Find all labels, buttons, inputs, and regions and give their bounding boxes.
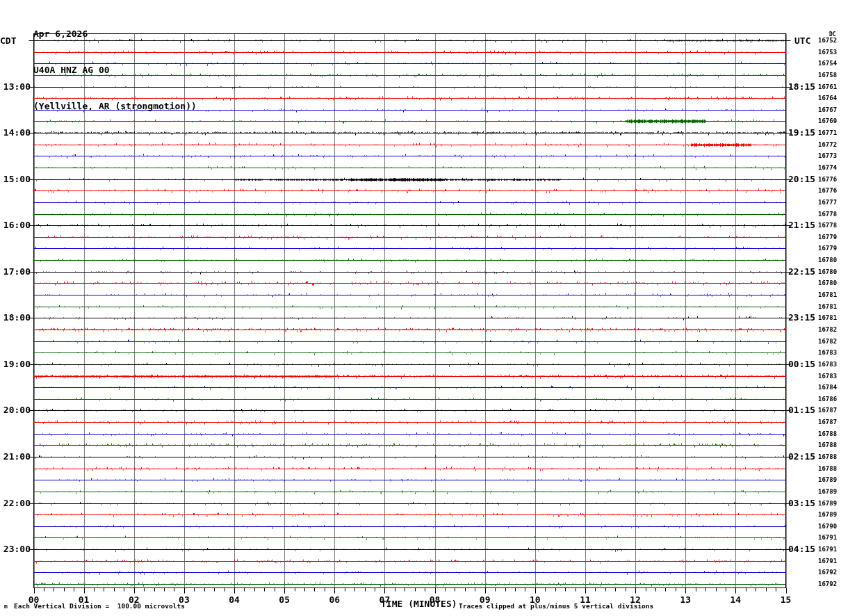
dc-offset-value: 16767 [818,106,840,113]
dc-offset-value: 16758 [818,72,840,79]
title-location: (Yellville, AR (strongmotion)) [33,102,197,111]
dc-offset-value: 16777 [818,199,840,206]
dc-offset-value: 16780 [818,268,840,275]
dc-offset-value: 16752 [818,37,840,44]
watermark-logo: m [4,603,8,610]
cdt-hour-label: 14:00 [0,127,31,138]
dc-offset-value: 16779 [818,245,840,252]
dc-offset-value: 16790 [818,523,840,530]
x-axis-tick-label: 15 [777,594,795,605]
dc-offset-value: 16754 [818,60,840,67]
dc-offset-value: 16776 [818,187,840,194]
dc-offset-value: 16783 [818,361,840,368]
dc-offset-value: 16789 [818,476,840,483]
dc-offset-value: 16778 [818,211,840,218]
dc-offset-value: 16791 [818,558,840,565]
dc-offset-value: 16772 [818,141,840,148]
dc-offset-value: 16776 [818,176,840,183]
dc-offset-value: 16753 [818,49,840,56]
dc-offset-value: 16789 [818,488,840,495]
dc-offset-value: 16781 [818,303,840,310]
dc-offset-value: 16788 [818,453,840,460]
cdt-hour-label: 22:00 [0,498,31,509]
dc-offset-value: 16786 [818,396,840,403]
dc-offset-value: 16791 [818,534,840,541]
dc-offset-value: 16778 [818,222,840,229]
dc-offset-value: 16788 [818,465,840,472]
dc-offset-value: 16789 [818,511,840,518]
dc-offset-value: 16769 [818,117,840,124]
title-block: Apr 6,2026 U40A HNZ AG 00 (Yellville, AR… [33,3,197,138]
x-axis-tick-label: 06 [325,594,343,605]
clip-note: Traces clipped at plus/minus 5 vertical … [459,602,653,610]
right-axis-title: UTC [794,35,810,46]
utc-hour-label: 23:15 [788,312,820,323]
dc-offset-value: 16774 [818,164,840,171]
cdt-hour-label: 23:00 [0,544,31,555]
utc-hour-label: 03:15 [788,498,820,509]
dc-offset-value: 16788 [818,430,840,437]
cdt-hour-label: 13:00 [0,81,31,92]
x-axis-title: TIME (MINUTES) [381,599,457,609]
dc-offset-value: 16789 [818,500,840,507]
x-axis-tick-label: 05 [275,594,293,605]
dc-offset-value: 16792 [818,581,840,587]
title-station: U40A HNZ AG 00 [33,65,197,75]
cdt-hour-label: 15:00 [0,174,31,185]
x-axis-tick-label: 04 [225,594,243,605]
dc-offset-value: 16783 [818,373,840,380]
cdt-hour-label: 17:00 [0,266,31,277]
utc-hour-label: 00:15 [788,359,820,370]
dc-offset-value: 16779 [818,234,840,241]
cdt-hour-label: 21:00 [0,451,31,462]
utc-hour-label: 04:15 [788,544,820,555]
dc-offset-value: 16780 [818,279,840,286]
dc-offset-value: 16787 [818,407,840,414]
cdt-hour-label: 16:00 [0,220,31,231]
utc-hour-label: 02:15 [788,451,820,462]
dc-offset-value: 16761 [818,83,840,90]
dc-offset-value: 16771 [818,129,840,136]
dc-offset-value: 16791 [818,546,840,553]
utc-hour-label: 19:15 [788,127,820,138]
x-axis-tick-label: 13 [676,594,694,605]
utc-hour-label: 20:15 [788,174,820,185]
dc-offset-value: 16783 [818,349,840,356]
dc-offset-value: 16784 [818,384,840,391]
left-axis-title: CDT [0,35,16,46]
title-date: Apr 6,2026 [33,29,197,39]
cdt-hour-label: 19:00 [0,359,31,370]
dc-offset-value: 16792 [818,569,840,576]
utc-hour-label: 22:15 [788,266,820,277]
dc-offset-value: 16781 [818,291,840,298]
cdt-hour-label: 18:00 [0,312,31,323]
cdt-hour-label: 20:00 [0,405,31,416]
dc-offset-value: 16773 [818,152,840,159]
dc-offset-value: 16764 [818,95,840,102]
x-axis-tick-label: 14 [726,594,744,605]
dc-offset-value: 16782 [818,326,840,333]
dc-offset-value: 16788 [818,441,840,448]
helicorder-page: Apr 6,2026 U40A HNZ AG 00 (Yellville, AR… [0,0,841,616]
dc-offset-value: 16781 [818,314,840,321]
utc-hour-label: 01:15 [788,405,820,416]
dc-offset-value: 16780 [818,257,840,264]
dc-offset-value: 16782 [818,338,840,345]
utc-hour-label: 18:15 [788,81,820,92]
utc-hour-label: 21:15 [788,220,820,231]
scale-note: Each Vertical Division = 100.00 microvol… [14,602,185,610]
dc-offset-value: 16787 [818,419,840,425]
